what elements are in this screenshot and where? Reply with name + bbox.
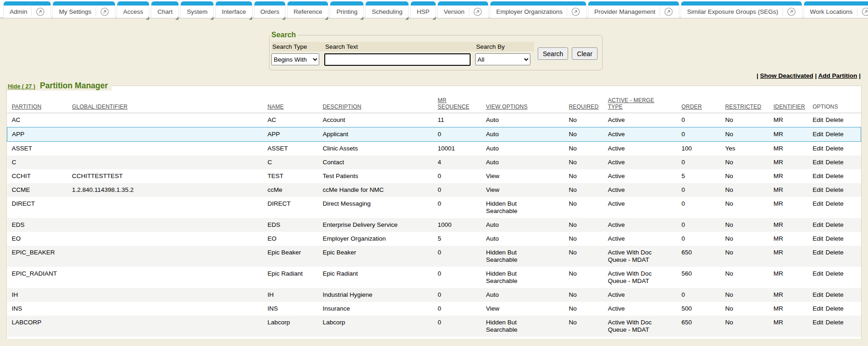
nav-tab-scheduling[interactable]: Scheduling bbox=[366, 1, 408, 18]
edit-link[interactable]: Edit bbox=[813, 319, 823, 326]
table-row-ccme[interactable]: CCME1.2.840.114398.1.35.2ccMeccMe Handle… bbox=[7, 183, 861, 197]
edit-link[interactable]: Edit bbox=[813, 186, 823, 193]
table-row-epic_radiant[interactable]: EPIC_RADIANTEpic RadiantEpic Radiant0Hid… bbox=[7, 267, 861, 288]
table-row-eds[interactable]: EDSEDSEnterprise Delivery Service1000Aut… bbox=[7, 218, 861, 232]
add-partition-link[interactable]: Add Partition bbox=[818, 72, 857, 79]
edit-link[interactable]: Edit bbox=[813, 159, 823, 166]
cell-restricted: No bbox=[721, 197, 769, 218]
cell-order: 500 bbox=[677, 302, 721, 316]
table-row-eo[interactable]: EOEOEmployer Organization5AutoNoActive0N… bbox=[7, 232, 861, 246]
cell-active-merge-type: Active bbox=[604, 288, 677, 302]
column-header-global-identifier[interactable]: GLOBAL IDENTIFIER bbox=[68, 91, 263, 113]
menu-corner-icon bbox=[175, 17, 178, 20]
edit-link[interactable]: Edit bbox=[813, 305, 823, 312]
column-header-name[interactable]: NAME bbox=[263, 91, 318, 113]
edit-link[interactable]: Edit bbox=[813, 221, 823, 228]
nav-tab-printing[interactable]: Printing bbox=[330, 1, 363, 18]
column-header-description[interactable]: DESCRIPTION bbox=[318, 91, 433, 113]
nav-tab-chart[interactable]: Chart bbox=[151, 1, 178, 18]
nav-tab-access[interactable]: Access bbox=[117, 1, 149, 18]
hide-count-link[interactable]: Hide ( 27 ) bbox=[8, 83, 35, 90]
search-button[interactable]: Search bbox=[538, 47, 568, 60]
table-row-app[interactable]: APPAPPApplicant0AutoNoActive0NoMREditDel… bbox=[7, 127, 861, 142]
cell-identifier: MR bbox=[769, 232, 808, 246]
table-row-direct[interactable]: DIRECTDIRECTDirect Messaging0Hidden But … bbox=[7, 197, 861, 218]
cell-identifier: MR bbox=[769, 316, 808, 337]
delete-link[interactable]: Delete bbox=[826, 116, 844, 123]
edit-link[interactable]: Edit bbox=[813, 131, 823, 138]
table-row-asset[interactable]: ASSETASSETClinic Assets10001AutoNoActive… bbox=[7, 142, 861, 156]
delete-link[interactable]: Delete bbox=[826, 159, 844, 166]
nav-tab-employer-organizations[interactable]: Employer Organizations bbox=[490, 1, 586, 18]
nav-tab-my-settings[interactable]: My Settings bbox=[53, 1, 115, 18]
edit-link[interactable]: Edit bbox=[813, 249, 823, 256]
nav-tab-hsp[interactable]: HSP bbox=[411, 1, 436, 18]
nav-tab-provider-management[interactable]: Provider Management bbox=[588, 1, 679, 18]
column-header-mr-sequence[interactable]: MR SEQUENCE bbox=[433, 91, 482, 113]
delete-link[interactable]: Delete bbox=[826, 200, 844, 207]
table-row-labcorp[interactable]: LABCORPLabcorpLabcorp0Hidden But Searcha… bbox=[7, 316, 861, 337]
cell-order: 100 bbox=[677, 142, 721, 156]
delete-link[interactable]: Delete bbox=[826, 235, 844, 242]
cell-global-identifier bbox=[68, 302, 263, 316]
table-row-ac[interactable]: ACACAccount11AutoNoActive0NoMREditDelete bbox=[7, 113, 861, 127]
edit-link[interactable]: Edit bbox=[813, 200, 823, 207]
cell-name: Epic Radiant bbox=[263, 267, 318, 288]
cell-required: No bbox=[564, 316, 604, 337]
cell-restricted: No bbox=[721, 232, 769, 246]
delete-link[interactable]: Delete bbox=[826, 291, 844, 298]
column-header-required[interactable]: REQUIRED bbox=[564, 91, 604, 113]
search-type-select[interactable]: Begins With bbox=[271, 53, 319, 65]
delete-link[interactable]: Delete bbox=[826, 305, 844, 312]
nav-tab-work-locations[interactable]: Work Locations bbox=[804, 1, 868, 18]
tab-accent-bar bbox=[438, 1, 488, 6]
table-row-ih[interactable]: IHIHIndustrial Hygiene0AutoNoActive0NoMR… bbox=[7, 288, 861, 302]
nav-tab-version[interactable]: Version bbox=[438, 1, 488, 18]
table-row-epic_beaker[interactable]: EPIC_BEAKEREpic BeakerEpic Beaker0Hidden… bbox=[7, 246, 861, 267]
delete-link[interactable]: Delete bbox=[826, 186, 844, 193]
delete-link[interactable]: Delete bbox=[826, 131, 844, 138]
table-row-c[interactable]: CCContact4AutoNoActive0NoMREditDelete bbox=[7, 156, 861, 169]
show-deactivated-link[interactable]: Show Deactivated bbox=[760, 72, 813, 79]
cell-view-options: Auto bbox=[482, 127, 564, 142]
tab-label: Scheduling bbox=[372, 8, 402, 15]
nav-tab-orders[interactable]: Orders bbox=[254, 1, 285, 18]
delete-link[interactable]: Delete bbox=[826, 221, 844, 228]
delete-link[interactable]: Delete bbox=[826, 145, 844, 152]
cell-name: EDS bbox=[263, 218, 318, 232]
column-header-identifier[interactable]: IDENTIFIER bbox=[769, 91, 808, 113]
cell-required: No bbox=[564, 156, 604, 169]
cell-global-identifier bbox=[68, 142, 263, 156]
cell-restricted: No bbox=[721, 156, 769, 169]
clear-button[interactable]: Clear bbox=[572, 47, 597, 60]
column-header-active-merge-type[interactable]: ACTIVE - MERGE TYPE bbox=[604, 91, 677, 113]
tab-label: Reference bbox=[293, 8, 322, 15]
column-header-order[interactable]: ORDER bbox=[677, 91, 721, 113]
nav-tab-admin[interactable]: Admin bbox=[4, 1, 51, 18]
edit-link[interactable]: Edit bbox=[813, 173, 823, 179]
column-header-partition[interactable]: PARTITION bbox=[7, 91, 68, 113]
column-header-view-options[interactable]: VIEW OPTIONS bbox=[482, 91, 564, 113]
cell-description: Clinic Assets bbox=[318, 142, 433, 156]
search-text-input[interactable] bbox=[324, 53, 471, 66]
edit-link[interactable]: Edit bbox=[813, 235, 823, 242]
table-row-ins[interactable]: INSINSInsurance0ViewNoActive500NoMREditD… bbox=[7, 302, 861, 316]
nav-tab-interface[interactable]: Interface bbox=[216, 1, 252, 18]
partition-manager-panel: Hide ( 27 ) Partition Manager PARTITIONG… bbox=[6, 81, 862, 339]
edit-link[interactable]: Edit bbox=[813, 270, 823, 277]
delete-link[interactable]: Delete bbox=[826, 173, 844, 179]
nav-tab-similar-exposure-groups-segs[interactable]: Similar Exposure Groups (SEGs) bbox=[681, 1, 802, 18]
table-row-cchit[interactable]: CCHITCCHITTESTTESTTESTTest Patients0View… bbox=[7, 169, 861, 183]
edit-link[interactable]: Edit bbox=[813, 116, 823, 123]
delete-link[interactable]: Delete bbox=[826, 270, 844, 277]
edit-link[interactable]: Edit bbox=[813, 291, 823, 298]
delete-link[interactable]: Delete bbox=[826, 319, 844, 326]
edit-link[interactable]: Edit bbox=[813, 145, 823, 152]
column-header-restricted[interactable]: RESTRICTED bbox=[721, 91, 769, 113]
delete-link[interactable]: Delete bbox=[826, 249, 844, 256]
nav-tab-system[interactable]: System bbox=[181, 1, 213, 18]
nav-tab-reference[interactable]: Reference bbox=[287, 1, 328, 18]
external-link-icon bbox=[571, 7, 580, 16]
search-by-select[interactable]: All bbox=[475, 53, 530, 65]
tab-accent-bar bbox=[490, 1, 586, 6]
